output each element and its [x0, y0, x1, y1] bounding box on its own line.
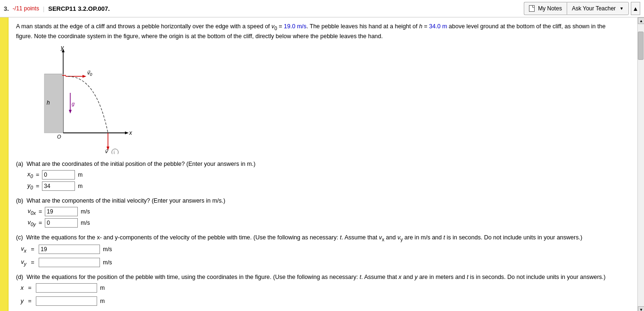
v0x-unit: m/s — [81, 208, 90, 215]
vy-equals: = — [29, 259, 36, 266]
vx-input[interactable] — [39, 245, 100, 254]
main-content: A man stands at the edge of a cliff and … — [0, 17, 644, 311]
scroll-up-arrow[interactable]: ▲ — [631, 2, 640, 15]
yellow-sidebar — [0, 17, 8, 311]
vy-label: vy — [16, 259, 26, 267]
scrollbar-up-button[interactable]: ▲ — [638, 17, 644, 24]
points-badge: -/11 points — [13, 5, 39, 12]
y-position-input[interactable] — [36, 296, 97, 306]
svg-text:O: O — [57, 134, 61, 139]
divider: | — [43, 5, 44, 12]
y-unit: m — [100, 298, 105, 304]
part-b-section: (b) What are the components of the initi… — [16, 197, 630, 228]
svg-text:x: x — [129, 130, 132, 136]
vx-unit: m/s — [103, 246, 112, 253]
part-d-question: (d) Write the equations for the position… — [16, 274, 630, 280]
v0x-label: v0x — [16, 208, 36, 216]
x-position-input[interactable] — [36, 283, 97, 293]
v0y-equals: = — [39, 220, 42, 226]
physics-figure: y x O h v⃗0 — [35, 46, 139, 154]
part-b-label: (b) — [16, 197, 23, 204]
my-notes-button[interactable]: My Notes — [524, 2, 567, 15]
y0-equals: = — [36, 183, 39, 189]
content-area: A man stands at the edge of a cliff and … — [8, 17, 637, 311]
scrollbar[interactable]: ▲ ▼ — [637, 17, 644, 311]
vx-equals: = — [29, 246, 36, 253]
vx-label: vx — [16, 246, 26, 254]
my-notes-label: My Notes — [538, 5, 562, 12]
x-unit: m — [100, 285, 105, 291]
part-d-y-row: y = m — [16, 296, 630, 306]
problem-id: SERCP11 3.2.OP.007. — [48, 5, 110, 12]
svg-marker-11 — [83, 75, 86, 78]
top-bar-left: 3. -/11 points | SERCP11 3.2.OP.007. — [4, 5, 110, 12]
part-b-question: (b) What are the components of the initi… — [16, 197, 630, 204]
part-a-section: (a) What are the coordinates of the init… — [16, 161, 630, 191]
chevron-down-icon: ▼ — [619, 6, 624, 11]
svg-text:y: y — [60, 46, 64, 51]
v0y-unit: m/s — [81, 220, 90, 226]
top-bar: 3. -/11 points | SERCP11 3.2.OP.007. My … — [0, 0, 644, 17]
problem-text: A man stands at the edge of a cliff and … — [16, 22, 619, 41]
part-d-label: (d) — [16, 274, 23, 280]
part-a-y0-row: y0 = m — [16, 181, 630, 191]
x0-unit: m — [78, 172, 83, 178]
y-equals: = — [26, 298, 33, 304]
top-bar-right: My Notes Ask Your Teacher ▼ ▲ — [524, 2, 640, 15]
ask-teacher-button[interactable]: Ask Your Teacher ▼ — [567, 2, 629, 15]
svg-marker-14 — [69, 110, 72, 114]
svg-text:v⃗0: v⃗0 — [87, 70, 92, 77]
part-c-label: (c) — [16, 234, 23, 241]
scrollbar-thumb[interactable] — [638, 32, 644, 60]
problem-number: 3. — [4, 5, 9, 12]
part-d-x-row: x = m — [16, 283, 630, 293]
svg-text:i: i — [114, 150, 115, 154]
svg-text:g: g — [72, 101, 75, 106]
ask-teacher-label: Ask Your Teacher — [572, 5, 616, 12]
svg-text:h: h — [47, 99, 50, 106]
vy-unit: m/s — [103, 259, 112, 266]
doc-icon — [529, 5, 535, 12]
y0-input[interactable] — [42, 181, 75, 191]
part-c-vx-row: vx = m/s — [16, 245, 630, 254]
part-a-question: (a) What are the coordinates of the init… — [16, 161, 630, 167]
svg-point-19 — [112, 149, 118, 154]
scrollbar-down-button[interactable]: ▼ — [638, 306, 644, 311]
x-equals: = — [26, 285, 33, 291]
v0x-equals: = — [39, 208, 42, 215]
v0x-input[interactable] — [45, 207, 78, 216]
part-b-v0x-row: v0x = m/s — [16, 207, 630, 216]
part-c-question: (c) Write the equations for the x- and y… — [16, 234, 630, 242]
part-a-label: (a) — [16, 161, 23, 167]
x0-input[interactable] — [42, 170, 75, 180]
y0-unit: m — [78, 183, 83, 189]
part-a-x0-row: x0 = m — [16, 170, 630, 180]
v0y-input[interactable] — [45, 218, 78, 228]
part-c-vy-row: vy = m/s — [16, 258, 630, 267]
y-label: y — [16, 298, 24, 304]
v0y-label: v0y — [16, 219, 36, 227]
vy-input[interactable] — [39, 258, 100, 267]
x0-equals: = — [36, 172, 39, 178]
part-d-section: (d) Write the equations for the position… — [16, 274, 630, 306]
part-c-section: (c) Write the equations for the x- and y… — [16, 234, 630, 268]
figure-container: y x O h v⃗0 — [35, 46, 139, 154]
part-b-v0y-row: v0y = m/s — [16, 218, 630, 228]
y0-label: y0 — [16, 182, 33, 190]
x0-label: x0 — [16, 171, 33, 179]
x-label: x — [16, 285, 24, 291]
